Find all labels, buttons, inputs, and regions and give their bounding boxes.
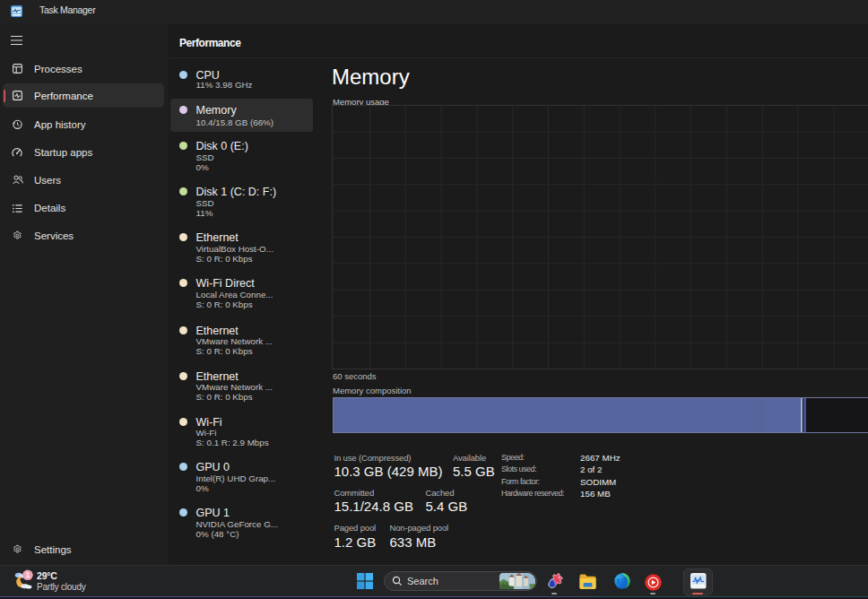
svg-text:1: 1 xyxy=(26,570,30,579)
